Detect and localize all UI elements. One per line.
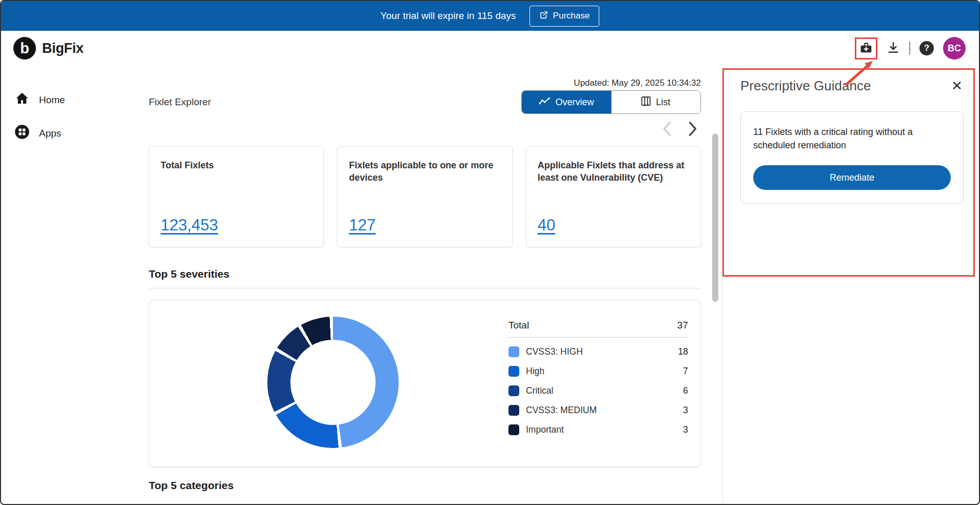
purchase-button[interactable]: Purchase: [530, 6, 600, 27]
legend-swatch: [508, 346, 519, 357]
prescriptive-guidance-icon-annotation: [855, 37, 877, 60]
trial-banner: Your trial will expire in 115 days Purch…: [1, 1, 979, 31]
tab-list[interactable]: List: [611, 91, 700, 113]
legend-label: Critical: [526, 385, 553, 396]
remediate-button[interactable]: Remediate: [753, 165, 951, 190]
legend-total-value: 37: [677, 320, 688, 331]
stat-card-title: Total Fixlets: [161, 159, 312, 171]
severities-heading: Top 5 severities: [149, 268, 701, 288]
user-avatar[interactable]: BC: [943, 37, 966, 60]
guidance-text: 11 Fixlets with a critical rating withou…: [753, 125, 951, 152]
brand-title: BigFix: [42, 41, 84, 56]
sidebar: Home Apps: [1, 66, 129, 504]
stat-card-value-link[interactable]: 123,453: [161, 216, 218, 235]
legend-value: 3: [683, 405, 688, 416]
legend-total-row: Total 37: [508, 320, 688, 338]
legend-row: High 7: [508, 366, 688, 377]
donut-hole: [290, 340, 376, 425]
app-header: b BigFix: [1, 31, 979, 66]
chevron-left-icon: [662, 121, 672, 138]
legend-row: CVSS3: HIGH 18: [508, 346, 688, 357]
stat-card-value-link[interactable]: 127: [349, 216, 376, 235]
severities-chart-card: Total 37 CVSS3: HIGH 18 High 7: [149, 300, 701, 467]
line-chart-icon: [539, 96, 550, 108]
close-icon: ✕: [951, 78, 963, 93]
carousel-prev-button[interactable]: [662, 121, 672, 138]
view-toggle: Overview List: [521, 90, 701, 114]
trial-message: Your trial will expire in 115 days: [381, 10, 516, 22]
close-panel-button[interactable]: ✕: [950, 78, 964, 93]
legend-swatch: [508, 385, 519, 396]
legend-label: CVSS3: HIGH: [526, 346, 583, 357]
prescriptive-guidance-button[interactable]: [859, 41, 873, 56]
legend-row: Important 3: [508, 424, 688, 435]
table-icon: [641, 96, 651, 108]
page-title: Fixlet Explorer: [149, 96, 211, 108]
stat-card-applicable-fixlets: Fixlets applicable to one or more device…: [337, 146, 512, 247]
scrollbar-thumb[interactable]: [712, 133, 718, 302]
legend-swatch: [508, 366, 519, 377]
severity-donut-chart: [267, 317, 399, 448]
tab-overview[interactable]: Overview: [522, 91, 611, 113]
external-link-icon: [539, 10, 548, 22]
legend-total-label: Total: [508, 320, 529, 331]
stat-card-title: Fixlets applicable to one or more device…: [349, 159, 500, 184]
prescriptive-guidance-panel: Prescriptive Guidance ✕ 11 Fixlets with …: [722, 66, 979, 504]
toolbar-divider: [909, 42, 910, 55]
sidebar-item-label: Home: [39, 94, 65, 106]
legend-swatch: [508, 405, 519, 416]
legend-row: CVSS3: MEDIUM 3: [508, 405, 688, 416]
sidebar-item-apps[interactable]: Apps: [1, 116, 129, 150]
download-icon: [887, 41, 900, 56]
bigfix-logo-icon: b: [13, 37, 36, 60]
purchase-label: Purchase: [553, 11, 590, 21]
chevron-right-icon: [688, 121, 698, 138]
legend-label: High: [526, 366, 544, 377]
legend-value: 7: [683, 366, 688, 377]
apps-icon: [14, 124, 30, 142]
tab-overview-label: Overview: [555, 97, 594, 108]
legend-value: 6: [683, 385, 688, 396]
download-button[interactable]: [887, 41, 900, 56]
legend-label: Important: [526, 424, 564, 435]
header-toolbar: ? BC: [855, 37, 966, 60]
tab-list-label: List: [656, 97, 670, 108]
sidebar-item-home[interactable]: Home: [1, 83, 129, 116]
guidance-card: 11 Fixlets with a critical rating withou…: [740, 111, 964, 204]
stat-card-value-link[interactable]: 40: [538, 216, 555, 235]
updated-timestamp: Updated: May 29, 2025 10:34:32: [149, 78, 701, 88]
legend-value: 3: [683, 424, 688, 435]
card-carousel-controls: [149, 121, 701, 138]
stat-card-title: Applicable Fixlets that address at least…: [538, 159, 689, 184]
stat-cards: Total Fixlets 123,453 Fixlets applicable…: [149, 146, 701, 247]
legend-value: 18: [678, 346, 688, 357]
categories-heading: Top 5 categories: [149, 479, 701, 499]
help-icon: ?: [919, 41, 934, 55]
toolbox-icon: [859, 41, 873, 56]
main-content: Updated: May 29, 2025 10:34:32 Fixlet Ex…: [129, 66, 722, 504]
help-button[interactable]: ?: [919, 41, 934, 55]
legend-row: Critical 6: [508, 385, 688, 396]
app-window: Your trial will expire in 115 days Purch…: [0, 0, 980, 505]
logo-letter: b: [20, 40, 29, 57]
legend-swatch: [508, 424, 519, 435]
sidebar-item-label: Apps: [39, 128, 61, 139]
stat-card-total-fixlets: Total Fixlets 123,453: [149, 146, 324, 247]
legend-label: CVSS3: MEDIUM: [526, 405, 597, 416]
panel-title: Prescriptive Guidance: [740, 78, 871, 94]
stat-card-cve-fixlets: Applicable Fixlets that address at least…: [526, 146, 701, 247]
carousel-next-button[interactable]: [688, 121, 698, 138]
home-icon: [14, 91, 30, 109]
severity-legend: Total 37 CVSS3: HIGH 18 High 7: [508, 320, 688, 454]
content-row: Home Apps Updated: May 29, 2025 10:34:32…: [1, 66, 979, 504]
